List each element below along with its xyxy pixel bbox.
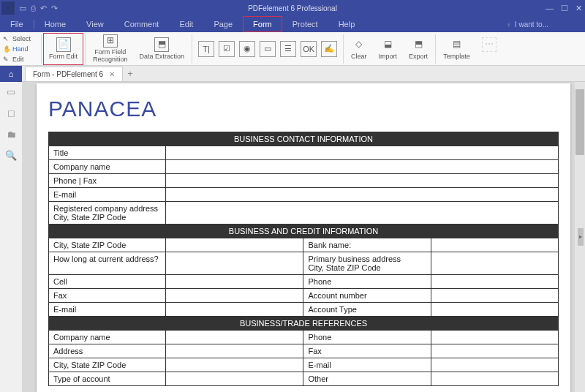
bookmarks-icon[interactable]: ◻ — [7, 108, 15, 118]
extraction-icon: ⬒ — [154, 37, 169, 52]
label-email: E-mail — [49, 188, 166, 202]
attachments-icon[interactable]: 🖿 — [7, 129, 16, 140]
document-tab-strip: ⌂ Form - PDFelement 6 ✕ + — [0, 66, 585, 82]
select-tool[interactable]: ↖Select — [3, 34, 37, 44]
field-phone-fax[interactable] — [166, 174, 559, 188]
app-logo — [1, 1, 15, 15]
label-company: Company name — [49, 160, 166, 174]
label-title: Title — [49, 146, 166, 160]
export-button[interactable]: ⬒ Export — [403, 33, 434, 65]
home-tab-icon[interactable]: ⌂ — [0, 66, 22, 82]
page-canvas[interactable]: PANACEA BUSINESS CONTACT INFORMATION Tit… — [22, 82, 585, 392]
field-reg-address[interactable] — [166, 202, 559, 225]
pdf-page: PANACEA BUSINESS CONTACT INFORMATION Tit… — [37, 83, 570, 392]
label-phone-fax: Phone | Fax — [49, 174, 166, 188]
form-table: BUSINESS CONTACT INFORMATION Title Compa… — [48, 132, 559, 386]
panel-expand-handle[interactable]: ▸ — [578, 228, 584, 246]
field-email[interactable] — [166, 188, 559, 202]
form-edit-button[interactable]: 📄 Form Edit — [43, 33, 83, 65]
field-company[interactable] — [166, 160, 559, 174]
form-field-tools: T| ☑ ◉ ▭ ☰ OK ✍ — [194, 41, 341, 57]
minimize-icon[interactable]: — — [546, 4, 554, 13]
export-icon: ⬒ — [411, 37, 426, 52]
close-icon[interactable]: ✕ — [575, 4, 582, 13]
menu-bar: File Home View Comment Edit Page Form Pr… — [0, 16, 585, 32]
combobox-icon[interactable]: ▭ — [260, 41, 276, 57]
search-icon[interactable]: 🔍 — [5, 150, 17, 161]
text-field-icon[interactable]: T| — [198, 41, 214, 57]
qat-redo-icon[interactable]: ↷ — [51, 4, 58, 13]
label-reg-address: Registered company address City, State Z… — [49, 202, 166, 225]
menu-file[interactable]: File — [0, 16, 34, 32]
menu-comment[interactable]: Comment — [114, 16, 170, 32]
template-icon: ▤ — [449, 37, 464, 52]
scrollbar-thumb[interactable] — [575, 89, 584, 155]
menu-help[interactable]: Help — [328, 16, 366, 32]
import-button[interactable]: ⬓ Import — [373, 33, 404, 65]
more-button[interactable]: ⋯ — [476, 33, 502, 65]
window-title: PDFelement 6 Professional — [248, 4, 337, 12]
button-icon[interactable]: OK — [301, 41, 317, 57]
clear-button[interactable]: ◇ Clear — [345, 33, 373, 65]
import-icon: ⬓ — [380, 37, 395, 52]
new-tab-icon[interactable]: + — [127, 68, 133, 79]
maximize-icon[interactable]: ☐ — [561, 4, 568, 13]
cursor-icon: ↖ — [3, 35, 10, 42]
hand-tool[interactable]: ✋Hand — [3, 44, 37, 54]
ribbon-side-tools: ↖Select ✋Hand ✎Edit — [0, 32, 39, 66]
template-button[interactable]: ▤ Template — [437, 33, 476, 65]
signature-icon[interactable]: ✍ — [321, 41, 337, 57]
i-want-to[interactable]: I want to... — [506, 20, 548, 29]
checkbox-icon[interactable]: ☑ — [219, 41, 235, 57]
listbox-icon[interactable]: ☰ — [280, 41, 296, 57]
title-bar: ▭ ⎙ ↶ ↷ PDFelement 6 Professional — ☐ ✕ — [0, 0, 585, 16]
edit-tool[interactable]: ✎Edit — [3, 54, 37, 64]
recognition-icon: ⊞ — [103, 34, 118, 48]
document-tab[interactable]: Form - PDFelement 6 ✕ — [25, 67, 123, 81]
hand-icon: ✋ — [3, 45, 10, 53]
close-tab-icon[interactable]: ✕ — [109, 70, 115, 78]
menu-form[interactable]: Form — [243, 16, 282, 32]
menu-protect[interactable]: Protect — [282, 16, 328, 32]
document-tab-label: Form - PDFelement 6 — [33, 70, 103, 78]
data-extraction-button[interactable]: ⬒ Data Extraction — [134, 33, 191, 65]
page-heading: PANACEA — [48, 97, 559, 121]
section-header: BUSINESS AND CREDIT INFORMATION — [49, 225, 559, 238]
pencil-icon: ✎ — [3, 56, 10, 63]
qat-undo-icon[interactable]: ↶ — [40, 4, 47, 13]
more-icon: ⋯ — [482, 37, 497, 52]
menu-view[interactable]: View — [76, 16, 114, 32]
section-header: BUSINESS CONTACT INFORMATION — [49, 132, 559, 146]
thumbnails-icon[interactable]: ▭ — [7, 86, 15, 97]
work-area: ▭ ◻ 🖿 🔍 PANACEA BUSINESS CONTACT INFORMA… — [0, 82, 585, 392]
left-sidebar: ▭ ◻ 🖿 🔍 — [0, 82, 22, 392]
qat-open-icon[interactable]: ▭ — [19, 4, 26, 13]
ribbon: ↖Select ✋Hand ✎Edit 📄 Form Edit ⊞ Form F… — [0, 32, 585, 66]
form-field-recognition-button[interactable]: ⊞ Form Field Recognition — [87, 33, 134, 65]
radio-icon[interactable]: ◉ — [239, 41, 255, 57]
field-title[interactable] — [166, 146, 559, 160]
form-edit-icon: 📄 — [56, 37, 71, 52]
section-header: BUSINESS/TRADE REFERENCES — [49, 317, 559, 331]
eraser-icon: ◇ — [352, 37, 366, 52]
menu-edit[interactable]: Edit — [169, 16, 203, 32]
menu-home[interactable]: Home — [34, 16, 76, 32]
menu-page[interactable]: Page — [203, 16, 243, 32]
qat-save-icon[interactable]: ⎙ — [31, 4, 36, 13]
